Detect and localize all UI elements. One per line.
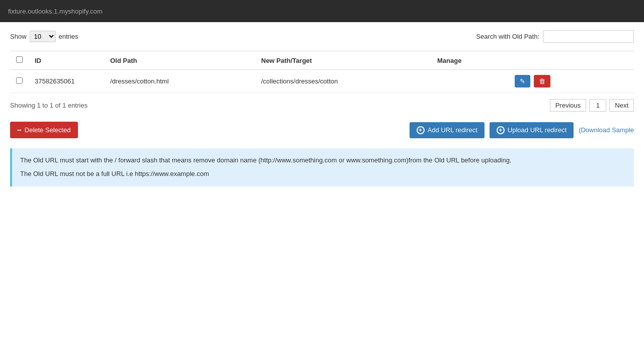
row-manage: ✎ 🗑 <box>431 70 634 93</box>
next-button[interactable]: Next <box>609 99 634 112</box>
edit-button[interactable]: ✎ <box>515 75 530 87</box>
show-entries-control: Show 10 25 50 100 entries <box>10 31 78 42</box>
select-all-checkbox[interactable] <box>16 56 23 63</box>
header-new-path: New Path/Target <box>255 51 431 70</box>
row-old-path: /dresses/cotton.html <box>104 70 255 93</box>
add-icon: + <box>417 126 425 134</box>
action-row: − Delete Selected + Add URL redirect + U… <box>10 122 634 138</box>
header-bar: fixture.outlooks.1.myshopify.com <box>0 0 644 22</box>
row-id: 37582635061 <box>29 70 104 93</box>
header-title: fixture.outlooks.1.myshopify.com <box>8 8 103 15</box>
entries-select[interactable]: 10 25 50 100 <box>30 31 56 42</box>
row-checkbox[interactable] <box>16 77 23 84</box>
top-controls: Show 10 25 50 100 entries Search with Ol… <box>10 30 634 43</box>
current-page: 1 <box>589 99 606 112</box>
table-row: 37582635061 /dresses/cotton.html /collec… <box>10 70 634 93</box>
download-sample-link[interactable]: (Download Sample <box>579 126 634 134</box>
upload-icon: + <box>497 126 505 134</box>
delete-selected-button[interactable]: − Delete Selected <box>10 122 78 138</box>
show-label: Show <box>10 33 27 40</box>
action-row-left: − Delete Selected <box>10 122 78 138</box>
action-row-right: + Add URL redirect + Upload URL redirect… <box>410 122 634 138</box>
info-line-1: The Old URL must start with the / forwar… <box>20 155 626 166</box>
trash-icon: 🗑 <box>539 77 545 85</box>
info-line-2: The Old URL must not be a full URL i.e h… <box>20 169 626 179</box>
minus-icon: − <box>17 126 22 134</box>
pagination-row: Showing 1 to 1 of 1 entries Previous 1 N… <box>10 99 634 112</box>
search-input[interactable] <box>543 30 634 43</box>
header-id: ID <box>29 51 104 70</box>
header-manage: Manage <box>431 51 634 70</box>
main-content: Show 10 25 50 100 entries Search with Ol… <box>0 22 644 195</box>
header-checkbox-col <box>10 51 29 70</box>
add-redirect-button[interactable]: + Add URL redirect <box>410 122 485 138</box>
entries-label: entries <box>59 33 78 40</box>
pencil-icon: ✎ <box>520 77 525 85</box>
pagination-controls: Previous 1 Next <box>550 99 634 112</box>
row-checkbox-cell <box>10 70 29 93</box>
search-label: Search with Old Path: <box>476 33 539 40</box>
info-box: The Old URL must start with the / forwar… <box>10 148 634 187</box>
search-box: Search with Old Path: <box>476 30 634 43</box>
header-old-path: Old Path <box>104 51 255 70</box>
row-delete-button[interactable]: 🗑 <box>534 75 550 87</box>
row-new-path: /collections/dresses/cotton <box>255 70 431 93</box>
redirects-table: ID Old Path New Path/Target Manage 37582… <box>10 51 634 93</box>
showing-info: Showing 1 to 1 of 1 entries <box>10 102 88 109</box>
table-header-row: ID Old Path New Path/Target Manage <box>10 51 634 70</box>
upload-redirect-button[interactable]: + Upload URL redirect <box>490 122 574 138</box>
previous-button[interactable]: Previous <box>550 99 587 112</box>
